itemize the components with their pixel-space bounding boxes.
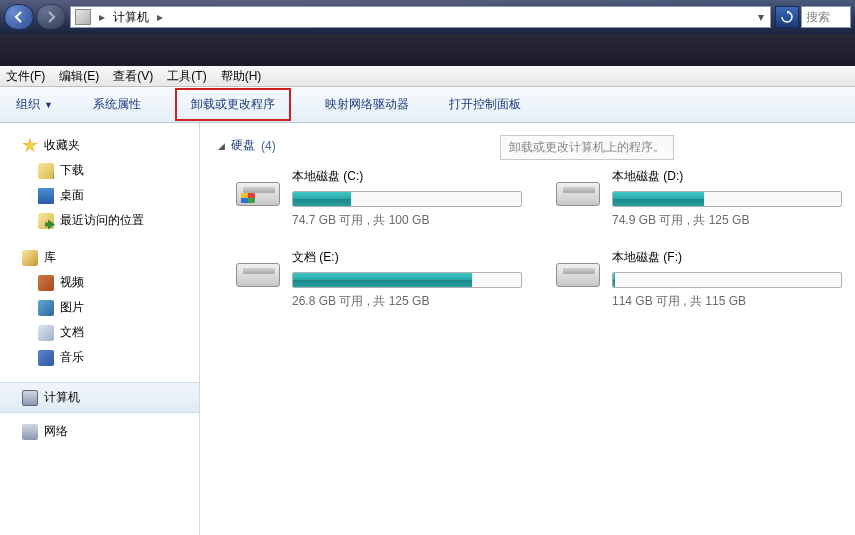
document-icon	[38, 325, 54, 341]
drive-usage-bar	[612, 272, 842, 288]
drive-stat: 114 GB 可用 , 共 115 GB	[612, 293, 842, 310]
desktop-icon	[38, 188, 54, 204]
menu-view[interactable]: 查看(V)	[113, 68, 153, 85]
drive-name: 本地磁盘 (C:)	[292, 168, 522, 185]
sidebar-item-pictures[interactable]: 图片	[0, 295, 199, 320]
drive-item[interactable]: 文档 (E:)26.8 GB 可用 , 共 125 GB	[234, 249, 514, 310]
command-bar: 组织▼ 系统属性 卸载或更改程序 映射网络驱动器 打开控制面板	[0, 87, 855, 123]
address-dropdown[interactable]: ▾	[752, 10, 770, 24]
video-icon	[38, 275, 54, 291]
sidebar-libraries-header[interactable]: 库	[0, 245, 199, 270]
sidebar-item-videos[interactable]: 视频	[0, 270, 199, 295]
menu-help[interactable]: 帮助(H)	[221, 68, 262, 85]
nav-back-button[interactable]	[4, 4, 34, 30]
collapse-icon: ◢	[218, 141, 225, 151]
sidebar-item-documents[interactable]: 文档	[0, 320, 199, 345]
map-network-drive-button[interactable]: 映射网络驱动器	[319, 92, 415, 117]
drive-icon	[554, 249, 602, 291]
computer-icon	[22, 390, 38, 406]
navigation-pane: 收藏夹 下载 桌面 最近访问的位置 库 视频 图片 文档 音乐 计算机 网络	[0, 123, 200, 535]
chevron-down-icon: ▼	[44, 100, 53, 110]
network-icon	[22, 424, 38, 440]
drive-icon	[234, 168, 282, 210]
tooltip: 卸载或更改计算机上的程序。	[500, 135, 674, 160]
search-input[interactable]: 搜索	[801, 6, 851, 28]
menu-edit[interactable]: 编辑(E)	[59, 68, 99, 85]
uninstall-program-button[interactable]: 卸载或更改程序	[175, 88, 291, 121]
drive-item[interactable]: 本地磁盘 (F:)114 GB 可用 , 共 115 GB	[554, 249, 834, 310]
sidebar-item-desktop[interactable]: 桌面	[0, 183, 199, 208]
menu-bar: 文件(F) 编辑(E) 查看(V) 工具(T) 帮助(H)	[0, 66, 855, 87]
breadcrumb-location[interactable]: 计算机	[109, 9, 153, 26]
organize-button[interactable]: 组织▼	[10, 92, 59, 117]
drive-item[interactable]: 本地磁盘 (C:)74.7 GB 可用 , 共 100 GB	[234, 168, 514, 229]
drive-icon	[554, 168, 602, 210]
sidebar-favorites-header[interactable]: 收藏夹	[0, 133, 199, 158]
breadcrumb-sep: ▸	[153, 10, 167, 24]
drive-usage-bar	[292, 272, 522, 288]
music-icon	[38, 350, 54, 366]
star-icon	[22, 138, 38, 154]
refresh-button[interactable]	[775, 6, 799, 28]
computer-icon	[75, 9, 91, 25]
sidebar-item-recent[interactable]: 最近访问的位置	[0, 208, 199, 233]
drive-usage-bar	[292, 191, 522, 207]
system-properties-button[interactable]: 系统属性	[87, 92, 147, 117]
drive-stat: 74.9 GB 可用 , 共 125 GB	[612, 212, 842, 229]
recent-icon	[38, 213, 54, 229]
menu-tools[interactable]: 工具(T)	[167, 68, 206, 85]
library-icon	[22, 250, 38, 266]
drive-stat: 74.7 GB 可用 , 共 100 GB	[292, 212, 522, 229]
downloads-icon	[38, 163, 54, 179]
breadcrumb-sep: ▸	[95, 10, 109, 24]
drive-name: 文档 (E:)	[292, 249, 522, 266]
drive-name: 本地磁盘 (D:)	[612, 168, 842, 185]
open-control-panel-button[interactable]: 打开控制面板	[443, 92, 527, 117]
sidebar-computer[interactable]: 计算机	[0, 382, 199, 413]
drive-name: 本地磁盘 (F:)	[612, 249, 842, 266]
sidebar-item-music[interactable]: 音乐	[0, 345, 199, 370]
content-pane: ◢ 硬盘 (4) 卸载或更改计算机上的程序。 本地磁盘 (C:)74.7 GB …	[200, 123, 855, 535]
drive-icon	[234, 249, 282, 291]
drive-usage-bar	[612, 191, 842, 207]
menu-file[interactable]: 文件(F)	[6, 68, 45, 85]
drive-item[interactable]: 本地磁盘 (D:)74.9 GB 可用 , 共 125 GB	[554, 168, 834, 229]
sidebar-item-downloads[interactable]: 下载	[0, 158, 199, 183]
address-bar[interactable]: ▸ 计算机 ▸ ▾	[70, 6, 771, 28]
picture-icon	[38, 300, 54, 316]
window-glass-strip	[0, 34, 855, 66]
sidebar-network[interactable]: 网络	[0, 419, 199, 444]
search-placeholder: 搜索	[806, 9, 830, 26]
drive-stat: 26.8 GB 可用 , 共 125 GB	[292, 293, 522, 310]
nav-forward-button[interactable]	[36, 4, 66, 30]
